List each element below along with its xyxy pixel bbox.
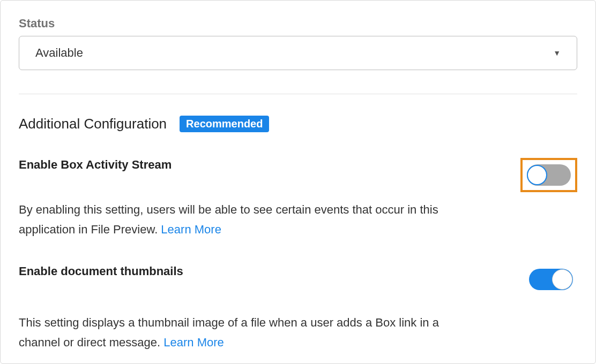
learn-more-link[interactable]: Learn More [161, 223, 221, 236]
toggle-wrap [525, 264, 577, 294]
toggle-knob [552, 269, 572, 290]
setting-desc-document-thumbnails: This setting displays a thumbnail image … [19, 313, 453, 353]
status-label: Status [19, 17, 577, 31]
setting-title-activity-stream: Enable Box Activity Stream [19, 158, 172, 172]
divider [19, 94, 577, 94]
setting-activity-stream: Enable Box Activity Stream By enabling t… [19, 158, 577, 240]
setting-desc-text: By enabling this setting, users will be … [19, 203, 438, 236]
learn-more-link[interactable]: Learn More [163, 336, 224, 349]
status-selected-value: Available [35, 46, 83, 60]
toggle-highlight-box [520, 158, 577, 192]
toggle-knob [527, 165, 547, 185]
setting-desc-text: This setting displays a thumbnail image … [19, 316, 439, 349]
toggle-document-thumbnails[interactable] [529, 269, 573, 290]
recommended-badge: Recommended [180, 116, 269, 132]
setting-title-document-thumbnails: Enable document thumbnails [19, 264, 183, 278]
settings-panel: Status Available ▼ Additional Configurat… [0, 0, 596, 364]
caret-down-icon: ▼ [553, 49, 561, 57]
status-dropdown[interactable]: Available ▼ [19, 36, 577, 70]
setting-document-thumbnails: Enable document thumbnails This setting … [19, 264, 577, 353]
section-header: Additional Configuration Recommended [19, 116, 577, 132]
section-title: Additional Configuration [19, 116, 167, 132]
toggle-activity-stream[interactable] [527, 164, 571, 186]
setting-desc-activity-stream: By enabling this setting, users will be … [19, 200, 453, 240]
